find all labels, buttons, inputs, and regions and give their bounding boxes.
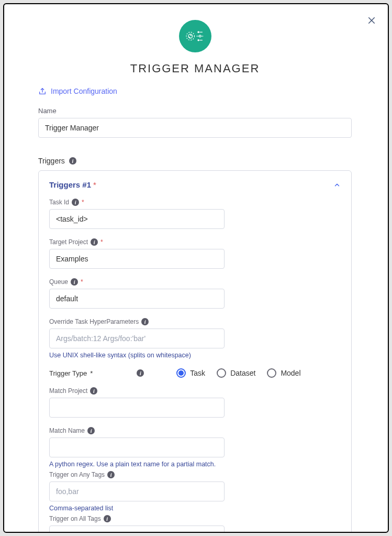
field-task-id: Task Id i * — [49, 199, 341, 229]
form-content: Import Configuration Name Triggers i Tri… — [4, 75, 386, 532]
target-project-label: Target Project i * — [49, 238, 341, 246]
svg-point-4 — [197, 31, 199, 34]
required-mark: * — [93, 180, 96, 189]
chevron-up-icon[interactable] — [333, 181, 341, 189]
radio-label-dataset: Dataset — [230, 369, 255, 377]
queue-input[interactable] — [49, 289, 225, 309]
triggers-heading-text: Triggers — [38, 157, 65, 165]
svg-point-6 — [199, 35, 201, 37]
panel-title: Triggers #1* — [49, 180, 96, 189]
radio-icon — [267, 368, 276, 378]
all-tags-label: Trigger on All Tags i — [49, 515, 341, 522]
required-mark: * — [90, 369, 93, 377]
app-logo-icon — [179, 20, 211, 52]
radio-icon — [176, 368, 186, 378]
field-any-tags: Trigger on Any Tags i Comma-separated li… — [49, 471, 341, 512]
info-icon[interactable]: i — [107, 471, 115, 478]
match-name-input[interactable] — [49, 437, 225, 457]
info-icon[interactable]: i — [87, 427, 95, 434]
svg-point-9 — [197, 39, 199, 41]
trigger-panel: Triggers #1* Task Id i * Targe — [38, 170, 352, 532]
task-id-input[interactable] — [49, 209, 225, 229]
any-tags-input[interactable] — [49, 482, 225, 501]
info-icon[interactable]: i — [90, 387, 97, 395]
match-name-helper: A python regex. Use a plain text name fo… — [49, 461, 341, 468]
scroll-area[interactable]: TRIGGER MANAGER Import Configuration Nam… — [4, 4, 388, 532]
all-tags-label-text: Trigger on All Tags — [49, 515, 101, 522]
radio-icon — [217, 368, 226, 378]
match-project-input[interactable] — [49, 398, 225, 418]
info-icon[interactable]: i — [91, 238, 98, 246]
info-icon[interactable]: i — [72, 199, 79, 206]
task-id-label: Task Id i * — [49, 199, 341, 206]
info-icon[interactable]: i — [71, 278, 78, 286]
field-match-name: Match Name i A python regex. Use a plain… — [49, 427, 341, 468]
match-project-label: Match Project i — [49, 387, 341, 395]
override-hp-label-text: Override Task HyperParameters — [49, 318, 139, 325]
override-hp-label: Override Task HyperParameters i — [49, 318, 341, 325]
import-icon — [38, 87, 47, 95]
match-name-label: Match Name i — [49, 427, 341, 434]
radio-label-task: Task — [190, 369, 205, 377]
required-mark: * — [81, 278, 83, 286]
triggers-heading: Triggers i — [38, 157, 352, 165]
match-name-label-text: Match Name — [49, 427, 85, 434]
any-tags-label: Trigger on Any Tags i — [49, 471, 341, 478]
radio-model[interactable]: Model — [267, 368, 300, 378]
field-override-hp: Override Task HyperParameters i Use UNIX… — [49, 318, 341, 359]
import-link-label: Import Configuration — [51, 87, 117, 95]
any-tags-label-text: Trigger on Any Tags — [49, 471, 105, 478]
name-input[interactable] — [38, 118, 352, 138]
any-tags-helper: Comma-separated list — [49, 505, 341, 512]
target-project-label-text: Target Project — [49, 238, 88, 246]
radio-dataset[interactable]: Dataset — [217, 368, 255, 378]
field-queue: Queue i * — [49, 278, 341, 309]
import-configuration-link[interactable]: Import Configuration — [38, 87, 117, 95]
page-title: TRIGGER MANAGER — [4, 62, 386, 75]
target-project-input[interactable] — [49, 249, 225, 269]
close-button[interactable] — [367, 16, 376, 25]
required-mark: * — [100, 238, 103, 246]
trigger-type-label: Trigger Type* — [49, 369, 93, 377]
panel-title-text: Triggers #1 — [49, 180, 91, 189]
trigger-type-row: Trigger Type* i Task Dataset — [49, 368, 341, 378]
dialog-window: TRIGGER MANAGER Import Configuration Nam… — [3, 3, 389, 533]
radio-task[interactable]: Task — [176, 368, 205, 378]
info-icon[interactable]: i — [141, 318, 149, 325]
field-match-project: Match Project i — [49, 387, 341, 418]
field-all-tags: Trigger on All Tags i — [49, 515, 341, 532]
name-label-text: Name — [38, 107, 57, 115]
queue-label-text: Queue — [49, 278, 68, 286]
radio-label-model: Model — [281, 369, 300, 377]
queue-label: Queue i * — [49, 278, 341, 286]
field-target-project: Target Project i * — [49, 238, 341, 269]
header: TRIGGER MANAGER — [4, 4, 386, 75]
info-icon[interactable]: i — [137, 369, 144, 377]
name-label: Name — [38, 107, 352, 115]
info-icon[interactable]: i — [69, 157, 76, 165]
svg-point-2 — [186, 32, 194, 40]
panel-header[interactable]: Triggers #1* — [49, 180, 341, 189]
required-mark: * — [82, 199, 84, 206]
trigger-type-label-text: Trigger Type — [49, 369, 87, 377]
all-tags-input[interactable] — [49, 526, 225, 532]
info-icon[interactable]: i — [104, 515, 111, 522]
match-project-label-text: Match Project — [49, 387, 87, 395]
override-hp-input[interactable] — [49, 329, 225, 348]
override-hp-helper: Use UNIX shell-like syntax (splits on wh… — [49, 352, 341, 359]
task-id-label-text: Task Id — [49, 199, 69, 206]
